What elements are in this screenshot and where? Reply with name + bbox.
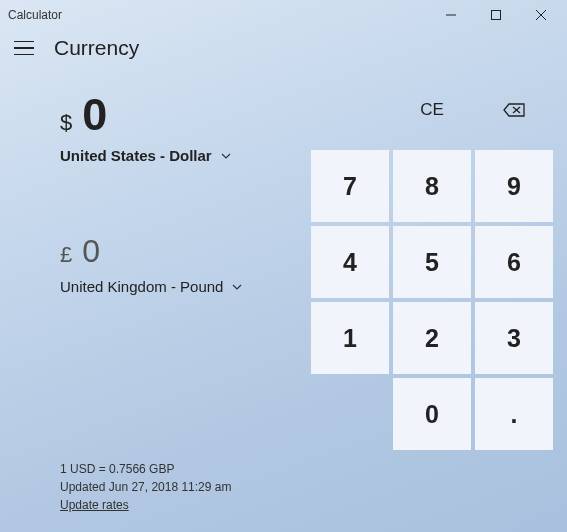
backspace-icon bbox=[503, 103, 525, 117]
keypad-spacer bbox=[311, 74, 389, 146]
rate-text: 1 USD = 0.7566 GBP bbox=[60, 460, 231, 478]
maximize-button[interactable] bbox=[473, 1, 518, 29]
key-8[interactable]: 8 bbox=[393, 150, 471, 222]
titlebar: Calculator bbox=[0, 0, 567, 30]
mode-title: Currency bbox=[54, 36, 139, 60]
rate-info: 1 USD = 0.7566 GBP Updated Jun 27, 2018 … bbox=[60, 460, 231, 514]
close-button[interactable] bbox=[518, 1, 563, 29]
keypad-spacer bbox=[311, 378, 389, 450]
conversion-pane: $ 0 United States - Dollar £ 0 United Ki… bbox=[0, 70, 309, 532]
main: $ 0 United States - Dollar £ 0 United Ki… bbox=[0, 70, 567, 532]
svg-rect-1 bbox=[491, 11, 500, 20]
minimize-button[interactable] bbox=[428, 1, 473, 29]
key-2[interactable]: 2 bbox=[393, 302, 471, 374]
rate-updated: Updated Jun 27, 2018 11:29 am bbox=[60, 478, 231, 496]
to-value[interactable]: 0 bbox=[82, 235, 100, 267]
chevron-down-icon bbox=[220, 150, 232, 162]
backspace-button[interactable] bbox=[475, 74, 553, 146]
key-7[interactable]: 7 bbox=[311, 150, 389, 222]
chevron-down-icon bbox=[231, 281, 243, 293]
key-6[interactable]: 6 bbox=[475, 226, 553, 298]
header: Currency bbox=[0, 30, 567, 60]
update-rates-link[interactable]: Update rates bbox=[60, 496, 129, 514]
to-symbol: £ bbox=[60, 242, 72, 268]
clear-entry-button[interactable]: CE bbox=[393, 74, 471, 146]
from-block: $ 0 United States - Dollar bbox=[60, 92, 297, 165]
key-0[interactable]: 0 bbox=[393, 378, 471, 450]
key-5[interactable]: 5 bbox=[393, 226, 471, 298]
window-title: Calculator bbox=[8, 8, 428, 22]
from-currency-select[interactable]: United States - Dollar bbox=[60, 147, 232, 164]
keypad: CE 7 8 9 4 5 6 1 2 3 0 . bbox=[309, 70, 567, 532]
key-1[interactable]: 1 bbox=[311, 302, 389, 374]
from-value[interactable]: 0 bbox=[82, 92, 107, 137]
to-block: £ 0 United Kingdom - Pound bbox=[60, 235, 297, 296]
key-decimal[interactable]: . bbox=[475, 378, 553, 450]
key-4[interactable]: 4 bbox=[311, 226, 389, 298]
key-9[interactable]: 9 bbox=[475, 150, 553, 222]
key-3[interactable]: 3 bbox=[475, 302, 553, 374]
from-currency-label: United States - Dollar bbox=[60, 147, 212, 164]
to-currency-select[interactable]: United Kingdom - Pound bbox=[60, 278, 243, 295]
from-symbol: $ bbox=[60, 110, 72, 136]
to-currency-label: United Kingdom - Pound bbox=[60, 278, 223, 295]
menu-icon[interactable] bbox=[14, 37, 36, 59]
